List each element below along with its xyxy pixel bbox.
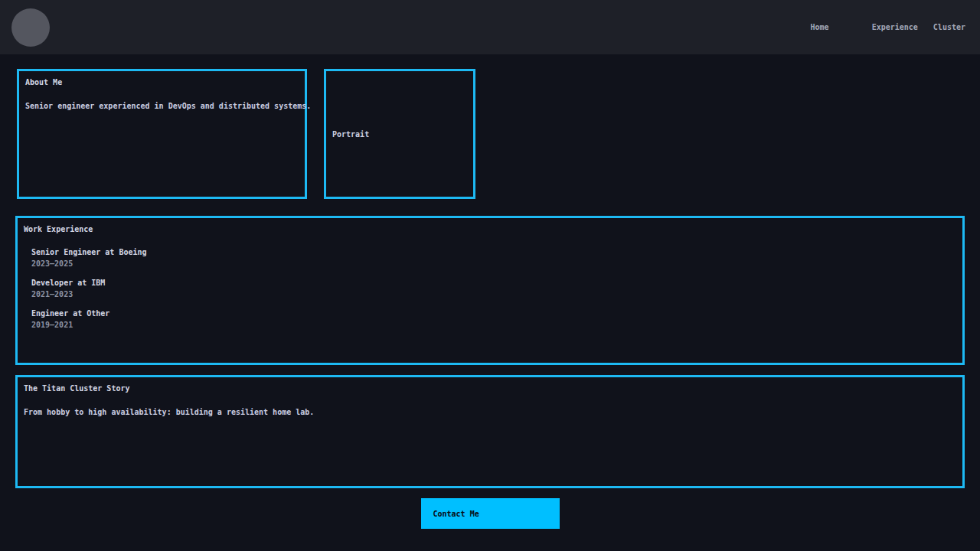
cluster-story-title: The Titan Cluster Story (24, 383, 956, 393)
job-years: 2023–2025 (31, 259, 956, 269)
job-years: 2019–2021 (31, 320, 956, 330)
nav-link-home[interactable]: Home (811, 23, 829, 31)
navbar: Home Experience Cluster (0, 0, 980, 54)
main-content: About Me Senior engineer experienced in … (0, 54, 980, 529)
portrait-label: Portrait (332, 130, 369, 139)
portrait-placeholder: Portrait (324, 69, 475, 199)
cluster-story-body: From hobby to high availability: buildin… (24, 407, 956, 417)
cluster-story-section: The Titan Cluster Story From hobby to hi… (15, 375, 965, 488)
about-title: About Me (25, 77, 299, 87)
avatar[interactable] (11, 8, 50, 47)
top-row: About Me Senior engineer experienced in … (17, 69, 965, 199)
experience-title: Work Experience (24, 224, 956, 234)
job-years: 2021–2023 (31, 289, 956, 299)
nav-link-experience[interactable]: Experience (872, 23, 918, 31)
job-title: Senior Engineer at Boeing (31, 247, 956, 257)
about-section: About Me Senior engineer experienced in … (17, 69, 307, 199)
job-entry: Engineer at Other 2019–2021 (31, 308, 956, 330)
nav-link-cluster[interactable]: Cluster (933, 23, 965, 31)
nav-links: Home Experience Cluster (811, 23, 965, 31)
job-title: Engineer at Other (31, 308, 956, 318)
experience-section: Work Experience Senior Engineer at Boein… (15, 216, 965, 365)
job-entry: Developer at IBM 2021–2023 (31, 278, 956, 299)
job-entry: Senior Engineer at Boeing 2023–2025 (31, 247, 956, 269)
job-list: Senior Engineer at Boeing 2023–2025 Deve… (31, 247, 956, 330)
about-body: Senior engineer experienced in DevOps an… (25, 101, 299, 111)
contact-button[interactable]: Contact Me (421, 498, 560, 529)
contact-row: Contact Me (15, 498, 965, 529)
job-title: Developer at IBM (31, 278, 956, 288)
